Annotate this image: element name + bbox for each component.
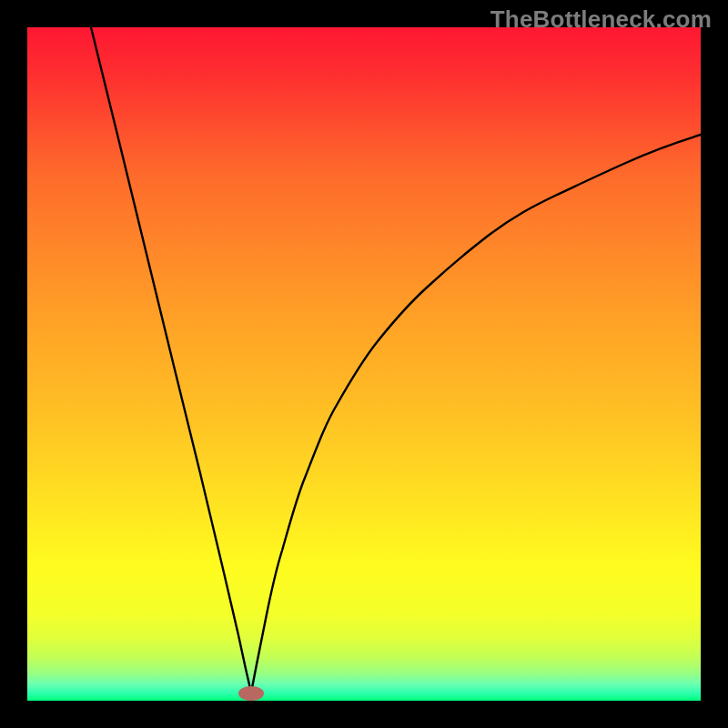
plot-svg: [27, 27, 701, 701]
plot-area: [27, 27, 701, 701]
gradient-background: [27, 27, 701, 701]
chart-frame: TheBottleneck.com: [0, 0, 728, 728]
minimum-marker: [238, 686, 264, 701]
